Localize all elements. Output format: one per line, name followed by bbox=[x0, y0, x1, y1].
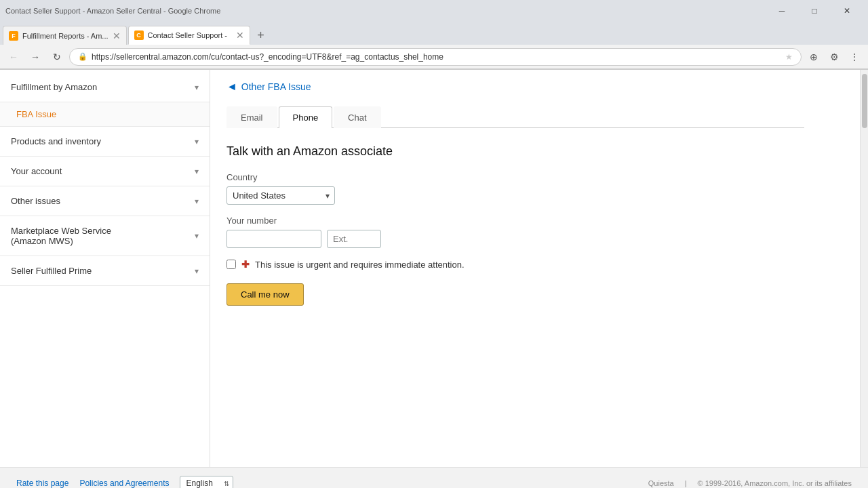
chevron-down-icon: ▾ bbox=[195, 83, 199, 92]
other-issues-chevron-icon: ▾ bbox=[195, 197, 199, 206]
tabs-bar: F Fulfillment Reports - Am... ✕ C Contac… bbox=[0, 22, 868, 45]
minimize-button[interactable]: ─ bbox=[766, 0, 797, 22]
sidebar-item-sfp[interactable]: Seller Fulfilled Prime ▾ bbox=[0, 256, 210, 286]
scrollbar[interactable] bbox=[860, 70, 868, 467]
chrome-menu-icon[interactable]: ⋮ bbox=[845, 47, 864, 66]
bookmarks-icon[interactable]: ⊕ bbox=[804, 47, 823, 66]
back-arrow-icon: ◄ bbox=[226, 81, 237, 93]
sidebar-label-other-issues: Other issues bbox=[11, 196, 60, 206]
browser-tab-fulfillment[interactable]: F Fulfillment Reports - Am... ✕ bbox=[3, 26, 127, 45]
phone-number-input[interactable] bbox=[226, 230, 321, 248]
country-select-wrapper: United States Canada United Kingdom Aust… bbox=[226, 186, 335, 205]
content-inner: ◄ Other FBA Issue Email Phone Chat Talk … bbox=[210, 70, 821, 333]
sidebar-label-products: Products and inventory bbox=[11, 136, 101, 146]
forward-nav-button[interactable]: → bbox=[26, 47, 45, 66]
number-row bbox=[226, 230, 804, 248]
tab2-favicon: C bbox=[134, 30, 144, 40]
tab-chat-label: Chat bbox=[348, 113, 366, 123]
urgent-row: ✚ This issue is urgent and requires imme… bbox=[226, 259, 804, 270]
talk-section: Talk with an Amazon associate Country Un… bbox=[226, 144, 804, 306]
back-nav-button[interactable]: ← bbox=[4, 47, 23, 66]
sidebar-item-account[interactable]: Your account ▾ bbox=[0, 157, 210, 186]
tab-chat[interactable]: Chat bbox=[334, 106, 380, 128]
call-me-now-button[interactable]: Call me now bbox=[226, 283, 304, 306]
sidebar-label-account: Your account bbox=[11, 166, 62, 176]
nav-bar: ← → ↻ 🔒 https://sellercentral.amazon.com… bbox=[0, 45, 868, 69]
window-title: Contact Seller Support - Amazon Seller C… bbox=[5, 7, 220, 15]
mws-chevron-icon: ▾ bbox=[195, 231, 199, 241]
page-layout: Fulfillment by Amazon ▾ FBA Issue Produc… bbox=[0, 70, 868, 467]
urgent-plus-icon: ✚ bbox=[241, 259, 250, 270]
tab1-close[interactable]: ✕ bbox=[113, 30, 121, 41]
tab1-favicon: F bbox=[9, 31, 18, 41]
products-chevron-icon: ▾ bbox=[195, 137, 199, 146]
tab-email-label: Email bbox=[241, 113, 263, 123]
sidebar-item-fba-issue[interactable]: FBA Issue bbox=[0, 102, 210, 127]
back-link-text: Other FBA Issue bbox=[241, 81, 311, 92]
policies-link[interactable]: Policies and Agreements bbox=[79, 479, 169, 488]
language-select[interactable]: English Español Français Deutsch 日本語 bbox=[180, 476, 233, 488]
nav-icons: ⊕ ⚙ ⋮ bbox=[804, 47, 864, 66]
reload-nav-button[interactable]: ↻ bbox=[47, 47, 66, 66]
tab-email[interactable]: Email bbox=[226, 106, 277, 128]
sidebar-label-sfp: Seller Fulfilled Prime bbox=[11, 266, 92, 276]
number-label: Your number bbox=[226, 216, 804, 226]
extensions-icon[interactable]: ⚙ bbox=[825, 47, 844, 66]
sidebar-item-mws[interactable]: Marketplace Web Service(Amazon MWS) ▾ bbox=[0, 216, 210, 256]
address-bar[interactable]: 🔒 https://sellercentral.amazon.com/cu/co… bbox=[69, 48, 802, 66]
country-select[interactable]: United States Canada United Kingdom Aust… bbox=[226, 186, 335, 205]
close-button[interactable]: ✕ bbox=[831, 0, 863, 22]
ssl-lock-icon: 🔒 bbox=[78, 52, 87, 61]
language-select-wrapper: English Español Français Deutsch 日本語 bbox=[180, 476, 233, 488]
urgent-checkbox[interactable] bbox=[226, 260, 236, 269]
new-tab-button[interactable]: + bbox=[252, 26, 271, 45]
tab-phone[interactable]: Phone bbox=[279, 106, 333, 128]
contact-tabs: Email Phone Chat bbox=[226, 106, 804, 128]
address-text: https://sellercentral.amazon.com/cu/cont… bbox=[92, 52, 781, 62]
sidebar-item-fulfillment[interactable]: Fulfillment by Amazon ▾ bbox=[0, 73, 210, 102]
sfp-chevron-icon: ▾ bbox=[195, 266, 199, 276]
maximize-button[interactable]: □ bbox=[799, 0, 830, 22]
title-bar: Contact Seller Support - Amazon Seller C… bbox=[0, 0, 868, 22]
bookmark-icon[interactable]: ★ bbox=[785, 52, 793, 62]
sidebar-label-fulfillment: Fulfillment by Amazon bbox=[11, 82, 97, 92]
country-label: Country bbox=[226, 172, 804, 182]
back-link[interactable]: ◄ Other FBA Issue bbox=[226, 81, 804, 93]
sidebar-item-other-issues[interactable]: Other issues ▾ bbox=[0, 186, 210, 216]
extension-input[interactable] bbox=[327, 230, 381, 248]
browser-tab-contact[interactable]: C Contact Seller Support - ✕ bbox=[128, 26, 250, 45]
footer: Rate this page Policies and Agreements E… bbox=[0, 467, 868, 488]
footer-separator: | bbox=[685, 479, 687, 487]
number-form-group: Your number bbox=[226, 216, 804, 248]
tab1-title: Fulfillment Reports - Am... bbox=[22, 32, 108, 40]
window-controls: ─ □ ✕ bbox=[766, 0, 863, 22]
scrollbar-thumb[interactable] bbox=[862, 74, 867, 128]
sidebar: Fulfillment by Amazon ▾ FBA Issue Produc… bbox=[0, 70, 210, 467]
urgent-label-text: This issue is urgent and requires immedi… bbox=[255, 260, 465, 270]
tab2-close[interactable]: ✕ bbox=[236, 30, 244, 41]
main-content: ◄ Other FBA Issue Email Phone Chat Talk … bbox=[210, 70, 860, 467]
sidebar-item-products[interactable]: Products and inventory ▾ bbox=[0, 127, 210, 157]
tab-phone-label: Phone bbox=[293, 113, 319, 123]
footer-company: Quiesta bbox=[648, 479, 674, 487]
browser-chrome: Contact Seller Support - Amazon Seller C… bbox=[0, 0, 868, 70]
account-chevron-icon: ▾ bbox=[195, 167, 199, 176]
tab2-title: Contact Seller Support - bbox=[148, 31, 232, 39]
country-form-group: Country United States Canada United King… bbox=[226, 172, 804, 205]
talk-title: Talk with an Amazon associate bbox=[226, 144, 804, 159]
rate-page-link[interactable]: Rate this page bbox=[16, 479, 68, 488]
footer-copyright: © 1999-2016, Amazon.com, Inc. or its aff… bbox=[698, 479, 852, 487]
sidebar-label-mws: Marketplace Web Service(Amazon MWS) bbox=[11, 226, 111, 246]
sidebar-label-fba-issue: FBA Issue bbox=[16, 109, 56, 119]
